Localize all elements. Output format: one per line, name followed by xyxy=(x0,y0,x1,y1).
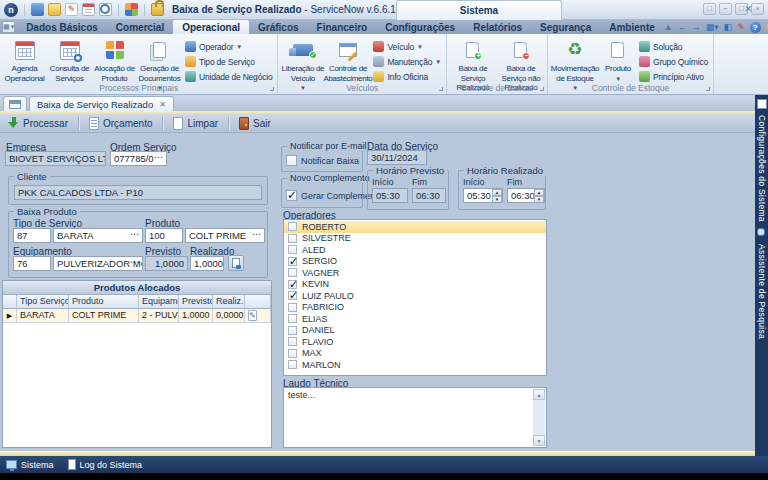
edit-row-icon[interactable]: ✎ xyxy=(248,310,257,321)
system-config-icon[interactable] xyxy=(757,99,767,109)
controle-de-abastecimento-button[interactable]: Controle de Abastecimento xyxy=(325,36,370,83)
operator-checkbox[interactable] xyxy=(288,234,297,243)
col-produto[interactable]: Produto xyxy=(69,295,139,309)
collapse-ribbon-icon[interactable]: ▲ xyxy=(664,22,673,32)
operator-row[interactable]: DANIEL xyxy=(284,325,546,337)
calendar-search-quick-icon[interactable] xyxy=(99,3,112,16)
solucao-button[interactable]: Solução xyxy=(639,41,708,52)
hreal-fim-field[interactable]: 06:30 ▲▼ xyxy=(507,188,545,203)
alocacao-de-produto-button[interactable]: Alocação de Produto xyxy=(92,36,137,83)
operator-row[interactable]: MAX xyxy=(284,348,546,360)
tab-financeiro[interactable]: Financeiro xyxy=(308,20,377,34)
allocation-grid-quick-icon[interactable] xyxy=(125,3,138,16)
unidade-de-negocio-button[interactable]: Unidade de Negócio xyxy=(185,71,272,82)
grupo-quimico-button[interactable]: Grupo Químico xyxy=(639,56,708,67)
info-oficina-button[interactable]: Info Oficina xyxy=(373,71,441,82)
operator-checkbox[interactable] xyxy=(288,303,297,312)
back-icon[interactable]: ← xyxy=(678,22,687,32)
document-quick-icon[interactable] xyxy=(48,3,61,16)
laudo-tecnico-textarea[interactable]: teste... ▲ ▼ xyxy=(283,387,547,448)
operator-row[interactable]: ROBERTO xyxy=(284,221,546,233)
ellipsis-button[interactable]: ⋯ xyxy=(130,257,140,267)
gerar-complemento-checkbox[interactable] xyxy=(286,190,297,201)
calendar-quick-icon[interactable] xyxy=(82,3,95,16)
windows-grid-icon[interactable]: ▦▾ xyxy=(706,22,719,32)
tab-operacional[interactable]: Operacional xyxy=(173,20,249,34)
hreal-inicio-field[interactable]: 05:30 ▲▼ xyxy=(463,188,503,203)
sair-button[interactable]: Sair xyxy=(235,116,275,131)
tipo-de-servico-button[interactable]: Tipo de Serviço xyxy=(185,56,272,67)
app-logo-icon[interactable]: n xyxy=(4,3,18,17)
produto-button[interactable]: Produto ▼ xyxy=(600,36,636,83)
close-button[interactable]: × xyxy=(751,3,764,15)
operator-row[interactable]: FABRICIO xyxy=(284,302,546,314)
dialog-launcher-icon[interactable] xyxy=(439,87,443,91)
operator-row[interactable]: ALED xyxy=(284,244,546,256)
close-document-area-icon[interactable]: ✕ xyxy=(744,4,752,14)
operator-checkbox[interactable] xyxy=(288,326,297,335)
operator-checkbox[interactable] xyxy=(288,314,297,323)
operator-checkbox[interactable] xyxy=(288,245,297,254)
edit-quick-icon[interactable]: ✎ xyxy=(65,3,78,16)
ellipsis-button[interactable]: ⋯ xyxy=(252,229,262,239)
tab-graficos[interactable]: Gráficos xyxy=(249,20,308,34)
minimize-button[interactable]: − xyxy=(719,3,732,15)
ellipsis-button[interactable]: ⋯ xyxy=(154,152,164,162)
processar-button[interactable]: Processar xyxy=(4,116,72,130)
scroll-down-icon[interactable]: ▼ xyxy=(533,435,545,446)
statusbar-sistema-tab[interactable]: Sistema xyxy=(6,460,54,470)
time-spinner[interactable]: ▲▼ xyxy=(534,189,544,202)
panel-icon[interactable]: ◧ xyxy=(724,22,733,32)
col-tipo-servico[interactable]: Tipo Serviço xyxy=(17,295,69,309)
operator-checkbox[interactable] xyxy=(288,280,297,289)
operator-checkbox[interactable] xyxy=(288,337,297,346)
grid-data-row[interactable]: ▶ BARATA COLT PRIME 2 - PULVERI... 1,000… xyxy=(3,309,271,323)
scroll-up-icon[interactable]: ▲ xyxy=(533,389,545,400)
equipamento-code-field[interactable]: 76 xyxy=(13,256,51,271)
operator-row[interactable]: VAGNER xyxy=(284,267,546,279)
user-quick-icon[interactable] xyxy=(31,3,44,16)
principio-ativo-button[interactable]: Princípio Ativo xyxy=(639,71,708,82)
tab-seguranca[interactable]: Segurança xyxy=(531,20,600,34)
time-spinner[interactable]: ▲▼ xyxy=(492,189,502,202)
operator-checkbox[interactable] xyxy=(288,360,297,369)
system-menu-tab[interactable]: Sistema xyxy=(396,0,562,20)
veiculo-button[interactable]: Veículo ▼ xyxy=(373,41,441,52)
operator-checkbox[interactable] xyxy=(288,257,297,266)
col-equipamento[interactable]: Equipame... xyxy=(139,295,179,309)
dock-tab-assistente[interactable]: Assistente de Pesquisa xyxy=(757,244,767,339)
col-realizado[interactable]: Realiz... xyxy=(213,295,245,309)
document-home-tab[interactable] xyxy=(3,96,27,111)
statusbar-log-tab[interactable]: Log do Sistema xyxy=(68,459,143,470)
dialog-launcher-icon[interactable] xyxy=(270,87,274,91)
operator-row[interactable]: LUIZ PAULO xyxy=(284,290,546,302)
document-tab-baixa-servico[interactable]: Baixa de Serviço Realizado ✕ xyxy=(29,96,174,111)
operator-row[interactable]: MARLON xyxy=(284,359,546,371)
close-tab-icon[interactable]: ✕ xyxy=(159,100,166,109)
operator-checkbox[interactable] xyxy=(288,349,297,358)
dialog-launcher-icon[interactable] xyxy=(540,87,544,91)
notificar-baixa-checkbox[interactable] xyxy=(286,155,297,166)
operator-checkbox[interactable] xyxy=(288,291,297,300)
operator-row[interactable]: ELIAS xyxy=(284,313,546,325)
consulta-de-servicos-button[interactable]: Consulta de Serviços xyxy=(47,36,92,83)
edit-icon[interactable]: ✎ xyxy=(737,22,745,32)
dock-tab-configuracoes[interactable]: Configurações do Sistema xyxy=(757,115,767,222)
lock-quick-icon[interactable] xyxy=(151,3,164,16)
tab-relatorios[interactable]: Relatórios xyxy=(464,20,531,34)
tab-ambiente[interactable]: Ambiente xyxy=(600,20,664,34)
forward-icon[interactable]: → xyxy=(692,22,701,32)
col-previsto[interactable]: Previsto xyxy=(179,295,213,309)
tipo-servico-code-field[interactable]: 87 xyxy=(13,228,51,243)
dialog-launcher-icon[interactable] xyxy=(706,87,710,91)
agenda-operacional-button[interactable]: Agenda Operacional xyxy=(2,36,47,83)
search-assistant-icon[interactable] xyxy=(757,228,767,238)
tab-configuracoes[interactable]: Configurações xyxy=(376,20,464,34)
operador-button[interactable]: Operador ▼ xyxy=(185,41,272,52)
orcamento-button[interactable]: Orçamento xyxy=(85,116,156,131)
vertical-scrollbar[interactable]: ▲ ▼ xyxy=(533,389,545,446)
realizado-detail-button[interactable] xyxy=(228,255,244,271)
limpar-button[interactable]: Limpar xyxy=(169,116,222,131)
pin-window-button[interactable]: □ xyxy=(703,3,716,15)
operator-checkbox[interactable] xyxy=(288,268,297,277)
